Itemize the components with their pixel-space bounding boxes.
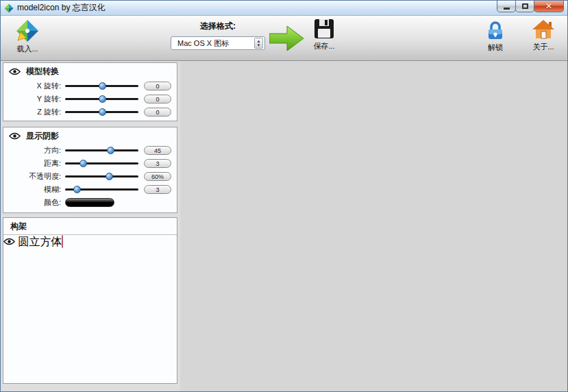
maximize-button[interactable] <box>515 1 534 12</box>
shadow-color-swatch[interactable] <box>65 198 114 207</box>
slider-label: 模糊: <box>9 184 61 195</box>
slider-row: 不透明度: 60% <box>3 170 177 183</box>
about-icon <box>532 19 555 40</box>
slider-thumb[interactable] <box>99 108 106 116</box>
y-rotation-slider[interactable] <box>65 95 138 103</box>
window-title: model2icon by 忘言汉化 <box>17 2 106 14</box>
minimize-icon <box>504 8 510 10</box>
format-stepper-icon[interactable]: ▲▼ <box>254 38 263 49</box>
shadow-distance-slider[interactable] <box>65 159 138 168</box>
save-button[interactable]: 保存... <box>304 18 344 51</box>
slider-track[interactable] <box>65 149 138 151</box>
section-title: 模型转换 <box>26 66 59 77</box>
slider-value: 0 <box>144 108 171 117</box>
slider-thumb[interactable] <box>79 160 87 167</box>
z-rotation-slider[interactable] <box>65 108 138 117</box>
close-button[interactable]: ✕ <box>534 1 564 12</box>
section-title: 显示阴影 <box>26 130 59 142</box>
slider-value: 45 <box>144 146 171 155</box>
slider-label: 方向: <box>9 145 61 156</box>
arrow-right-icon <box>269 25 305 52</box>
visibility-icon[interactable] <box>9 132 21 140</box>
load-label: 载入... <box>16 44 38 54</box>
slider-thumb[interactable] <box>99 95 106 103</box>
visibility-icon[interactable] <box>3 236 18 247</box>
slider-value: 3 <box>144 185 171 194</box>
minimize-button[interactable] <box>497 1 516 12</box>
slider-value: 3 <box>144 159 171 168</box>
structure-item-row[interactable]: 圆立方体 <box>3 235 177 249</box>
model-color-swatch[interactable] <box>62 235 63 248</box>
load-icon <box>16 19 39 42</box>
slider-row: 方向: 45 <box>3 144 177 157</box>
slider-row: Z 旋转: 0 <box>3 106 177 119</box>
shadow-blur-slider[interactable] <box>65 185 138 194</box>
settings-panel: 模型转换 X 旋转: 0 Y 旋转: 0 <box>1 61 180 392</box>
app-window: model2icon by 忘言汉化 ✕ 载入... 选择格式: Mac OS … <box>0 0 568 392</box>
title-bar: model2icon by 忘言汉化 ✕ <box>1 1 567 16</box>
structure-group: 构架 圆立方体 <box>3 217 177 384</box>
unlock-icon <box>484 19 506 41</box>
slider-thumb[interactable] <box>106 173 113 180</box>
slider-thumb[interactable] <box>107 147 114 154</box>
slider-row: 模糊: 3 <box>3 183 177 196</box>
color-label: 颜色: <box>9 197 61 208</box>
format-label: 选择格式: <box>171 21 265 32</box>
window-controls: ✕ <box>497 1 564 12</box>
structure-item-label: 圆立方体 <box>18 236 62 247</box>
slider-value: 0 <box>144 82 171 90</box>
shadow-group: 显示阴影 方向: 45 距离: 3 <box>3 127 177 213</box>
slider-track[interactable] <box>65 175 138 177</box>
slider-label: Z 旋转: <box>9 107 61 117</box>
unlock-label: 解锁 <box>488 42 503 53</box>
about-label: 关于... <box>532 42 554 52</box>
visibility-icon[interactable] <box>9 68 21 75</box>
save-icon <box>313 18 335 40</box>
model-transform-group: 模型转换 X 旋转: 0 Y 旋转: 0 <box>3 62 177 121</box>
unlock-button[interactable]: 解锁 <box>476 19 515 53</box>
color-row: 颜色: <box>3 196 177 209</box>
slider-value: 0 <box>144 95 171 103</box>
slider-label: Y 旋转: <box>9 94 61 104</box>
shadow-direction-slider[interactable] <box>65 146 138 155</box>
slider-thumb[interactable] <box>99 82 106 90</box>
maximize-icon <box>522 3 528 9</box>
slider-row: X 旋转: 0 <box>3 79 177 93</box>
app-icon <box>4 3 14 13</box>
slider-label: 距离: <box>9 158 61 169</box>
section-title: 构架 <box>10 221 27 232</box>
format-select[interactable]: Mac OS X 图标 ▲▼ <box>171 36 265 50</box>
slider-thumb[interactable] <box>73 186 81 193</box>
slider-row: Y 旋转: 0 <box>3 93 177 106</box>
toolbar: 载入... 选择格式: Mac OS X 图标 ▲▼ 保存... <box>1 16 567 61</box>
save-label: 保存... <box>313 41 334 51</box>
main-area: 模型转换 X 旋转: 0 Y 旋转: 0 <box>1 61 568 392</box>
load-button[interactable]: 载入... <box>8 19 47 54</box>
slider-track[interactable] <box>65 162 138 164</box>
slider-value: 60% <box>144 172 171 181</box>
shadow-opacity-slider[interactable] <box>65 172 138 181</box>
x-rotation-slider[interactable] <box>65 82 138 90</box>
slider-label: 不透明度: <box>9 171 61 182</box>
slider-label: X 旋转: <box>9 81 61 91</box>
format-group: 选择格式: Mac OS X 图标 ▲▼ <box>171 21 265 50</box>
about-button[interactable]: 关于... <box>523 19 563 52</box>
format-value: Mac OS X 图标 <box>177 38 229 49</box>
slider-row: 距离: 3 <box>3 157 177 170</box>
